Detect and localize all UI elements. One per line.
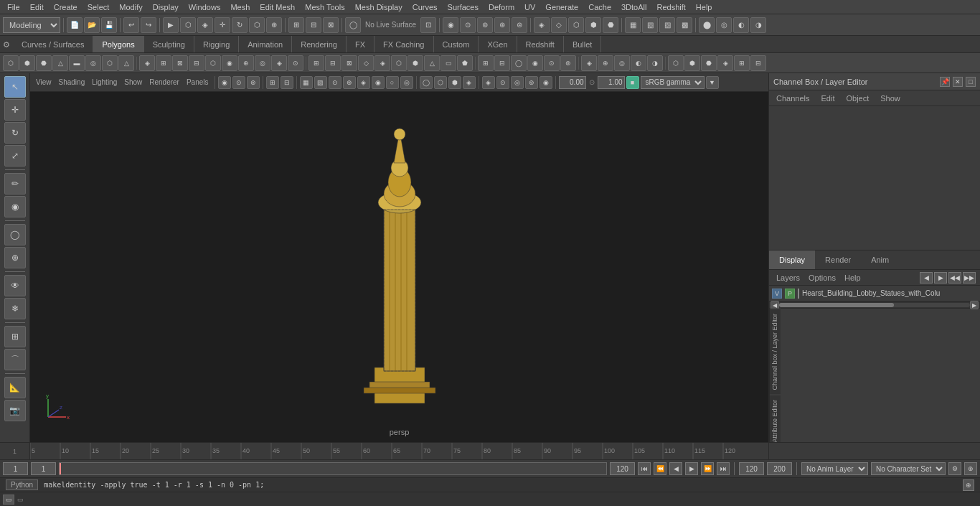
menu-create[interactable]: Create bbox=[50, 2, 82, 12]
select-tool-btn[interactable]: ↖ bbox=[4, 76, 26, 98]
poly-edit10-btn[interactable]: ⬟ bbox=[457, 55, 473, 71]
vp-frame-btn[interactable]: ⊟ bbox=[281, 76, 293, 89]
layer-p-btn[interactable]: P bbox=[785, 289, 795, 299]
cam1-btn[interactable]: ◉ bbox=[443, 17, 458, 33]
layer-nav2-btn[interactable]: ◀◀ bbox=[948, 272, 961, 284]
play-btn[interactable]: ▶ bbox=[685, 462, 698, 475]
cb-nav-channels[interactable]: Channels bbox=[772, 93, 814, 104]
vp-display8[interactable]: ◎ bbox=[400, 76, 413, 89]
vp-renderer-menu[interactable]: Renderer bbox=[146, 75, 182, 90]
vp-show-menu[interactable]: Show bbox=[121, 75, 145, 90]
tab-bullet[interactable]: Bullet bbox=[564, 36, 602, 52]
frame-start-input[interactable] bbox=[3, 462, 28, 475]
extra2-btn[interactable]: ◎ bbox=[716, 17, 732, 33]
select-btn[interactable]: ▶ bbox=[163, 17, 179, 33]
poly-tool1-btn[interactable]: ◈ bbox=[139, 55, 155, 71]
vp-cam2[interactable]: ⊙ bbox=[496, 76, 509, 89]
snap1-btn[interactable]: ⊞ bbox=[288, 17, 304, 33]
tab-curves-surfaces[interactable]: Curves / Surfaces bbox=[13, 36, 93, 52]
poly-cube-btn[interactable]: ⬢ bbox=[19, 55, 35, 71]
new-file-btn[interactable]: 📄 bbox=[67, 17, 83, 33]
tab-xgen[interactable]: XGen bbox=[479, 36, 517, 52]
scale-tool-btn[interactable]: ⤢ bbox=[4, 145, 26, 167]
extra4-btn[interactable]: ◑ bbox=[750, 17, 766, 33]
vp-snap3[interactable]: ⬢ bbox=[448, 76, 461, 89]
layout3-btn[interactable]: ▨ bbox=[659, 17, 675, 33]
poly-edit7-btn[interactable]: ⬢ bbox=[407, 55, 423, 71]
scroll-right-btn[interactable]: ▶ bbox=[970, 301, 979, 309]
poly-cylinder-btn[interactable]: ⬣ bbox=[36, 55, 52, 71]
scroll-track[interactable] bbox=[779, 303, 970, 307]
soft-sel-btn[interactable]: ◯ bbox=[4, 224, 26, 245]
python-label[interactable]: Python bbox=[6, 479, 38, 490]
cam4-btn[interactable]: ⊛ bbox=[494, 17, 510, 33]
poly-edit6-btn[interactable]: ⬡ bbox=[391, 55, 407, 71]
menu-file[interactable]: File bbox=[3, 2, 24, 12]
open-file-btn[interactable]: 📂 bbox=[84, 17, 100, 33]
cb-nav-edit[interactable]: Edit bbox=[816, 93, 839, 104]
menu-deform[interactable]: Deform bbox=[484, 2, 519, 12]
tab-custom[interactable]: Custom bbox=[434, 36, 479, 52]
cb-nav-show[interactable]: Show bbox=[876, 93, 905, 104]
menu-3dtoall[interactable]: 3DtoAll bbox=[617, 2, 651, 12]
win-btn1[interactable]: ▭ bbox=[3, 495, 14, 505]
poly-misc5-btn[interactable]: ⊞ bbox=[734, 55, 750, 71]
menu-redshift[interactable]: Redshift bbox=[652, 2, 689, 12]
vp-snap1[interactable]: ◯ bbox=[420, 76, 433, 89]
paint-tool-btn[interactable]: ✏ bbox=[4, 173, 26, 195]
vp-cam3[interactable]: ◎ bbox=[511, 76, 524, 89]
vp-color-icon[interactable]: ■ bbox=[626, 76, 639, 89]
side-tab-channel-box[interactable]: Channel box / Layer Editor bbox=[770, 309, 781, 395]
tab-sculpting[interactable]: Sculpting bbox=[144, 36, 194, 52]
rotate-btn[interactable]: ↻ bbox=[232, 17, 248, 33]
vp-grid-btn[interactable]: ⊞ bbox=[266, 76, 279, 89]
poly-tool2-btn[interactable]: ⊞ bbox=[156, 55, 171, 71]
layer-menu-layers[interactable]: Layers bbox=[773, 273, 803, 282]
scale-btn[interactable]: ⬡ bbox=[249, 17, 265, 33]
menu-windows[interactable]: Windows bbox=[184, 2, 225, 12]
vp-icon3[interactable]: ⊚ bbox=[247, 76, 260, 89]
vp-cam1[interactable]: ◈ bbox=[482, 76, 495, 89]
sculpt-tool-btn[interactable]: ◉ bbox=[4, 196, 26, 217]
menu-display[interactable]: Display bbox=[149, 2, 183, 12]
poly-tool4-btn[interactable]: ⊟ bbox=[189, 55, 204, 71]
vp-panels-menu[interactable]: Panels bbox=[184, 75, 212, 90]
poly-misc4-btn[interactable]: ◈ bbox=[717, 55, 733, 71]
timeline-bar[interactable] bbox=[59, 462, 607, 475]
layer-add-btn[interactable]: ◀ bbox=[920, 272, 933, 284]
cam2-btn[interactable]: ⊙ bbox=[460, 17, 476, 33]
char-set-dropdown[interactable]: No Character Set bbox=[871, 462, 946, 475]
anim-layer-dropdown[interactable]: No Anim Layer bbox=[801, 462, 868, 475]
poly-uv1-btn[interactable]: ◈ bbox=[581, 55, 597, 71]
goto-end-btn[interactable]: ⏭ bbox=[717, 462, 730, 475]
cb-expand-btn[interactable]: □ bbox=[966, 77, 976, 87]
poly-edit5-btn[interactable]: ◈ bbox=[374, 55, 390, 71]
rotate-tool-btn[interactable]: ↻ bbox=[4, 122, 26, 144]
layout1-btn[interactable]: ▦ bbox=[625, 17, 641, 33]
scroll-thumb[interactable] bbox=[779, 303, 894, 307]
vp-cam4[interactable]: ⊚ bbox=[525, 76, 538, 89]
menu-mesh-tools[interactable]: Mesh Tools bbox=[301, 2, 349, 12]
tab-polygons[interactable]: Polygons bbox=[93, 36, 143, 52]
vp-colorspace-dropdown[interactable]: sRGB gamma bbox=[641, 76, 705, 89]
vp-display1[interactable]: ▦ bbox=[300, 76, 313, 89]
menu-select[interactable]: Select bbox=[83, 2, 114, 12]
vp-display7[interactable]: ○ bbox=[386, 76, 399, 89]
poly-disp1-btn[interactable]: ⊞ bbox=[478, 55, 494, 71]
cb-nav-object[interactable]: Object bbox=[842, 93, 873, 104]
poly-edit4-btn[interactable]: ◇ bbox=[358, 55, 374, 71]
anim-extra-btn[interactable]: ⊕ bbox=[964, 462, 977, 475]
snap3-btn[interactable]: ⊠ bbox=[323, 17, 339, 33]
timeline-ruler[interactable]: 5 10 15 20 25 30 35 40 45 50 5 bbox=[30, 443, 768, 459]
vp-snap4[interactable]: ◈ bbox=[463, 76, 476, 89]
poly-sphere-btn[interactable]: ⬡ bbox=[3, 55, 19, 71]
poly-cone-btn[interactable]: △ bbox=[52, 55, 68, 71]
poly-tool8-btn[interactable]: ◎ bbox=[255, 55, 270, 71]
play-back-btn[interactable]: ◀ bbox=[669, 462, 682, 475]
vp-icon2[interactable]: ⊙ bbox=[232, 76, 245, 89]
tab-redshift[interactable]: Redshift bbox=[517, 36, 564, 52]
layer-menu-help[interactable]: Help bbox=[842, 273, 864, 282]
step-fwd-btn[interactable]: ⏩ bbox=[701, 462, 714, 475]
vp-display2[interactable]: ▧ bbox=[314, 76, 327, 89]
python-icon[interactable]: ⊕ bbox=[963, 479, 974, 491]
